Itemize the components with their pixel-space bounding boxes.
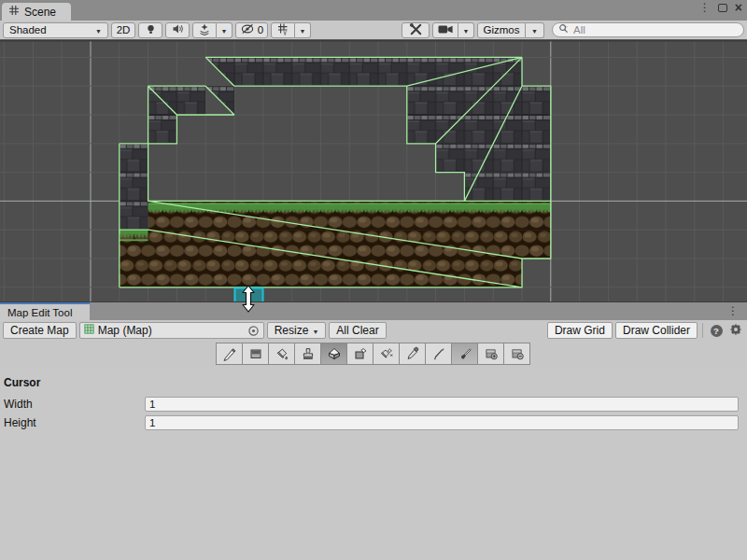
draw-grid-button[interactable]: Draw Grid	[547, 322, 613, 339]
panel-menu-icon[interactable]: ⋮	[727, 305, 739, 316]
speaker-icon	[172, 23, 184, 36]
tool-brush-button[interactable]	[451, 343, 478, 365]
height-label: Height	[4, 416, 145, 429]
tool-fill-bucket-button[interactable]	[268, 343, 295, 365]
chevron-down-icon	[221, 24, 228, 35]
gizmos-dropdown[interactable]	[526, 22, 544, 38]
draw-collider-button[interactable]: Draw Collider	[615, 322, 698, 339]
close-icon[interactable]: ×	[735, 2, 742, 13]
camera-dropdown[interactable]	[458, 22, 474, 38]
settings-button[interactable]	[727, 322, 744, 339]
grid-visibility-button[interactable]: y	[271, 22, 295, 38]
tool-rect-eraser-button[interactable]	[346, 343, 374, 365]
map-object-name: Map (Map)	[98, 324, 152, 337]
chevron-down-icon	[95, 24, 102, 35]
2d-toggle-button[interactable]: 2D	[111, 22, 135, 38]
shading-mode-dropdown[interactable]: Shaded	[3, 22, 108, 38]
map-object-field[interactable]: Map (Map)	[79, 322, 264, 339]
settings-gear-icon	[729, 323, 742, 339]
scene-lighting-button[interactable]	[138, 22, 162, 38]
height-input[interactable]	[145, 415, 739, 430]
chevron-down-icon	[463, 24, 470, 35]
object-picker-icon[interactable]	[247, 324, 261, 338]
scene-grid-icon	[8, 5, 20, 19]
scene-camera-button[interactable]	[432, 22, 458, 38]
light-bulb-icon	[145, 23, 157, 37]
tilemap-icon	[84, 324, 94, 337]
scene-audio-button[interactable]	[165, 22, 190, 38]
all-clear-button[interactable]: All Clear	[329, 322, 386, 339]
tool-fill-eraser-button[interactable]	[373, 343, 400, 365]
cursor-section: Cursor Width Height	[0, 367, 747, 430]
hidden-objects-button[interactable]: 0	[235, 22, 268, 38]
search-icon	[558, 21, 570, 38]
create-map-button[interactable]: Create Map	[3, 322, 77, 339]
resize-dropdown[interactable]: Resize	[267, 322, 327, 339]
grid-dropdown[interactable]	[295, 22, 311, 38]
width-label: Width	[4, 398, 145, 411]
scene-viewport[interactable]	[0, 40, 747, 301]
cursor-section-title: Cursor	[4, 376, 739, 389]
map-edit-toolbar: Create Map Map (Map) Resize All Clear Dr…	[0, 320, 747, 341]
effects-icon	[198, 23, 211, 37]
effects-button[interactable]	[192, 22, 217, 38]
chevron-down-icon	[531, 24, 538, 35]
gizmos-button[interactable]: Gizmos	[477, 22, 526, 38]
resize-cursor-icon	[240, 285, 257, 313]
tool-eyedropper-button[interactable]	[399, 343, 426, 365]
tool-layer-remove-button[interactable]	[503, 343, 530, 365]
eye-slash-icon	[240, 23, 255, 36]
tool-pencil-button[interactable]	[216, 343, 243, 365]
scene-tools-button[interactable]	[402, 22, 430, 38]
scene-tab[interactable]: Scene	[2, 3, 71, 21]
scene-search-field[interactable]	[552, 22, 744, 37]
chevron-down-icon	[300, 24, 306, 35]
scene-toolbar: Shaded 2D 0 y	[0, 21, 747, 40]
map-edit-tool-tab[interactable]: Map Edit Tool	[0, 302, 90, 321]
tool-eraser-button[interactable]	[320, 343, 347, 365]
search-input[interactable]	[573, 24, 738, 35]
help-button[interactable]: ?	[708, 322, 725, 339]
camera-icon	[438, 24, 454, 36]
hidden-count: 0	[258, 24, 263, 35]
maximize-icon[interactable]	[718, 4, 727, 12]
help-icon: ?	[711, 325, 723, 337]
effects-dropdown[interactable]	[217, 22, 233, 38]
map-edit-tab-strip: Map Edit Tool ⋮	[0, 301, 747, 320]
tool-rectangle-button[interactable]	[242, 343, 269, 365]
width-input[interactable]	[145, 397, 739, 412]
window-menu-icon[interactable]: ⋮	[699, 2, 711, 13]
window-tab-bar: Scene ⋮ ×	[0, 0, 747, 21]
tool-stamp-button[interactable]	[294, 343, 321, 365]
chevron-down-icon	[312, 324, 318, 337]
map-tool-buttons	[0, 341, 747, 367]
tool-pen-button[interactable]	[425, 343, 452, 365]
tools-icon	[409, 23, 423, 37]
scene-tab-label: Scene	[24, 6, 56, 19]
grid-axis-icon: y	[276, 22, 289, 37]
tool-layer-add-button[interactable]	[477, 343, 504, 365]
